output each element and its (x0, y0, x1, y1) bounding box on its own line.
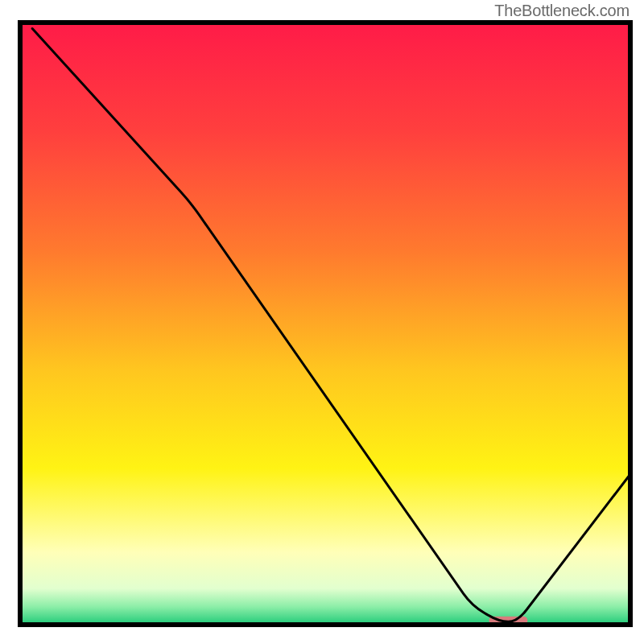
attribution-label: TheBottleneck.com (494, 2, 630, 20)
chart-container: TheBottleneck.com (0, 0, 644, 644)
bottleneck-chart (0, 0, 644, 644)
plot-area (20, 23, 630, 625)
gradient-background (20, 23, 630, 625)
